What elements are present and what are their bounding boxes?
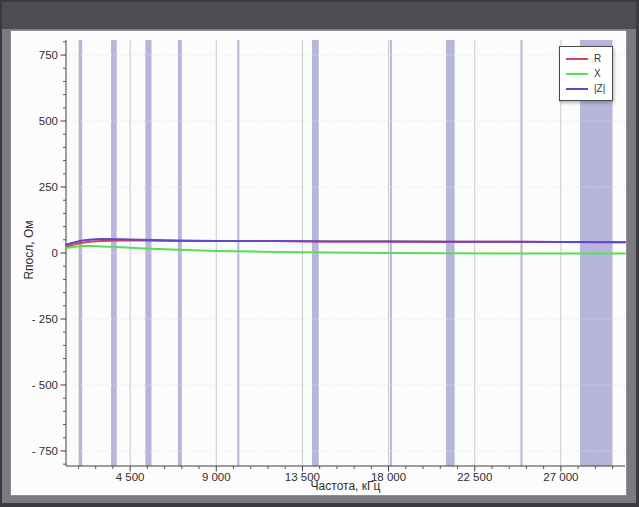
legend-swatch-X [566, 73, 588, 75]
legend-label-R: R [594, 53, 601, 64]
tab-faza-label: Фаза [4, 13, 27, 24]
legend: RX|Z| [559, 46, 613, 101]
chart-panel: 4 5009 00013 50018 00022 50027 000750500… [10, 30, 627, 496]
window-frame: КСВ Фаза Z=R+jX Z=R||+jX ВП Рефлектометр… [2, 2, 636, 503]
legend-item-X: X [566, 66, 605, 81]
tab-ksv-label: КСВ [15, 13, 35, 24]
y-tick-label: - 750 [32, 445, 58, 457]
tab-ksv-face: КСВ [9, 9, 41, 28]
legend-item-R: R [566, 51, 605, 66]
y-tick-label: 500 [39, 115, 58, 127]
y-axis-title: Rпосл, Ом [22, 220, 36, 279]
tab-z-r-plus-jx-label: Z=R+jX [0, 13, 24, 24]
axes-group: 4 5009 00013 50018 00022 50027 000750500… [32, 40, 625, 483]
impedance-plot: 4 5009 00013 50018 00022 50027 000750500… [11, 31, 626, 495]
tab-faza-face: Фаза [0, 9, 32, 28]
legend-swatch-|Z| [566, 88, 588, 90]
band-highlight [178, 40, 182, 466]
y-tick-label: 750 [39, 49, 58, 61]
tab-vp-face: ВП [0, 9, 5, 28]
tab-bar: КСВ Фаза Z=R+jX Z=R||+jX ВП Рефлектометр… [2, 2, 636, 29]
y-tick-label: 0 [52, 247, 58, 259]
y-tick-label: - 500 [32, 379, 58, 391]
y-tick-label: 250 [39, 181, 58, 193]
legend-item-|Z|: |Z| [566, 81, 605, 96]
legend-swatch-R [566, 58, 588, 60]
tab-z-r-plus-jx-face: Z=R+jX [0, 8, 23, 28]
legend-label-X: X [594, 68, 601, 79]
app-window: КСВ Фаза Z=R+jX Z=R||+jX ВП Рефлектометр… [0, 0, 639, 507]
tab-z-r-parallel-jx-face: Z=R||+jX [0, 9, 14, 28]
legend-label-|Z|: |Z| [594, 83, 605, 94]
tab-reflektometr-label: Рефлектометр [0, 13, 14, 24]
tab-z-r-parallel-jx-label: Z=R||+jX [0, 13, 18, 24]
y-tick-label: - 250 [32, 313, 58, 325]
x-axis-title: Частота, кГц [66, 479, 625, 493]
